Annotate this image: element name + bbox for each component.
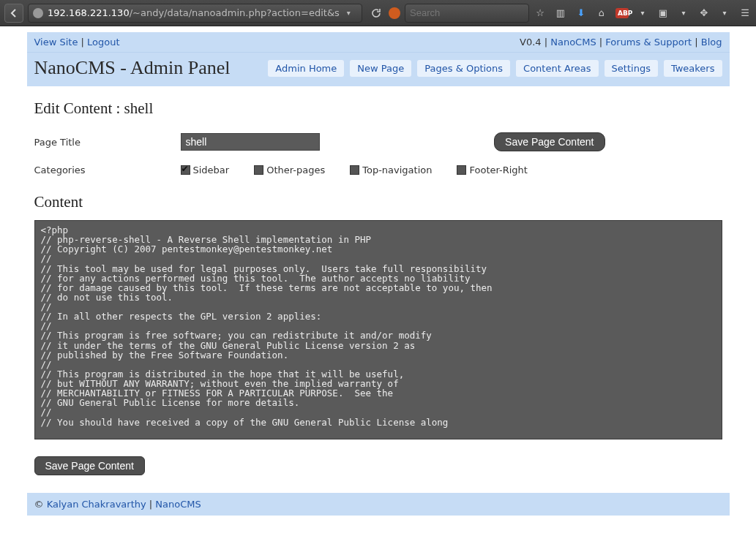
checkbox-icon[interactable] <box>457 165 466 175</box>
forums-link[interactable]: Forums & Support <box>605 37 692 48</box>
category-footer-right[interactable]: Footer-Right <box>457 165 527 175</box>
copyright-symbol: © <box>34 499 44 510</box>
abp-icon[interactable]: ABP <box>615 8 629 18</box>
chevron-down-icon[interactable]: ▾ <box>636 9 649 17</box>
chevron-down-icon[interactable]: ▾ <box>677 9 690 17</box>
editor-wrap <box>34 220 722 442</box>
project-link[interactable]: NanoCMS <box>155 499 201 510</box>
site-identity-icon <box>33 8 43 18</box>
category-sidebar[interactable]: Sidebar <box>181 165 230 175</box>
library-icon[interactable]: ▥ <box>554 7 567 18</box>
footer: © Kalyan Chakravarthy | NanoCMS <box>27 493 730 516</box>
browser-logo-icon <box>389 7 400 19</box>
divider: | <box>695 37 701 48</box>
logout-link[interactable]: Logout <box>87 37 120 48</box>
chevron-down-icon[interactable]: ▾ <box>347 9 351 17</box>
bookmark-star-icon[interactable]: ☆ <box>534 7 547 18</box>
nav-new-page[interactable]: New Page <box>350 60 411 77</box>
main-nav: Admin Home New Page Pages & Options Cont… <box>268 60 722 77</box>
nav-settings[interactable]: Settings <box>605 60 658 77</box>
nanocms-link[interactable]: NanoCMS <box>550 37 596 48</box>
nav-tweakers[interactable]: Tweakers <box>664 60 722 77</box>
category-top-navigation[interactable]: Top-navigation <box>350 165 432 175</box>
nav-admin-home[interactable]: Admin Home <box>268 60 344 77</box>
page-title-input[interactable] <box>181 133 320 151</box>
blog-link[interactable]: Blog <box>701 37 722 48</box>
addon-icon[interactable]: ▣ <box>656 7 670 18</box>
search-bar[interactable] <box>405 4 529 23</box>
author-link[interactable]: Kalyan Chakravarthy <box>47 499 146 510</box>
checkbox-icon[interactable] <box>350 165 359 175</box>
category-label: Top-navigation <box>362 165 432 175</box>
top-utility-bar: View Site | Logout V0.4 | NanoCMS | Foru… <box>27 32 730 52</box>
back-button[interactable] <box>4 4 23 23</box>
app-title: NanoCMS - Admin Panel <box>34 57 231 79</box>
checkbox-icon[interactable] <box>254 165 263 175</box>
nav-pages-options[interactable]: Pages & Options <box>417 60 510 77</box>
menu-icon[interactable]: ☰ <box>738 7 752 18</box>
page-title-row: Page Title Save Page Content <box>34 132 722 151</box>
url-text: 192.168.221.130/~andy/data/nanoadmin.php… <box>48 7 340 18</box>
divider: | <box>81 37 88 48</box>
categories-row: Categories Sidebar Other-pages Top-navig… <box>34 165 722 175</box>
page-heading: Edit Content : shell <box>34 99 722 118</box>
page-container: View Site | Logout V0.4 | NanoCMS | Foru… <box>27 32 730 516</box>
url-bar[interactable]: 192.168.221.130/~andy/data/nanoadmin.php… <box>28 4 362 23</box>
nav-content-areas[interactable]: Content Areas <box>516 60 599 77</box>
search-input[interactable] <box>410 7 524 18</box>
home-icon[interactable]: ⌂ <box>595 7 608 18</box>
topbar-left: View Site | Logout <box>34 37 120 48</box>
category-other-pages[interactable]: Other-pages <box>254 165 325 175</box>
chevron-down-icon[interactable]: ▾ <box>718 9 731 17</box>
version-text: V0.4 <box>520 37 542 48</box>
reload-button[interactable] <box>367 4 384 23</box>
categories-label: Categories <box>34 165 166 175</box>
divider: | <box>544 37 551 48</box>
page-title-label: Page Title <box>34 137 166 148</box>
main-content: Edit Content : shell Page Title Save Pag… <box>27 86 730 493</box>
downloads-icon[interactable]: ⬇ <box>575 7 588 18</box>
topbar-right: V0.4 | NanoCMS | Forums & Support | Blog <box>520 37 722 48</box>
checkbox-icon[interactable] <box>181 165 190 175</box>
proxy-icon[interactable]: ✥ <box>697 7 711 18</box>
category-label: Other-pages <box>266 165 325 175</box>
view-site-link[interactable]: View Site <box>34 37 78 48</box>
category-label: Sidebar <box>193 165 230 175</box>
browser-toolbar: 192.168.221.130/~andy/data/nanoadmin.php… <box>0 0 756 26</box>
save-page-content-button[interactable]: Save Page Content <box>494 132 605 151</box>
save-page-content-button-bottom[interactable]: Save Page Content <box>34 456 145 475</box>
content-heading: Content <box>34 193 722 211</box>
category-label: Footer-Right <box>469 165 527 175</box>
content-textarea[interactable] <box>34 220 722 439</box>
categories-group: Sidebar Other-pages Top-navigation Foote… <box>181 165 528 175</box>
header: NanoCMS - Admin Panel Admin Home New Pag… <box>27 52 730 86</box>
chrome-icon-group: ☆ ▥ ⬇ ⌂ ABP ▾ ▣ ▾ ✥ ▾ ☰ <box>534 7 752 18</box>
